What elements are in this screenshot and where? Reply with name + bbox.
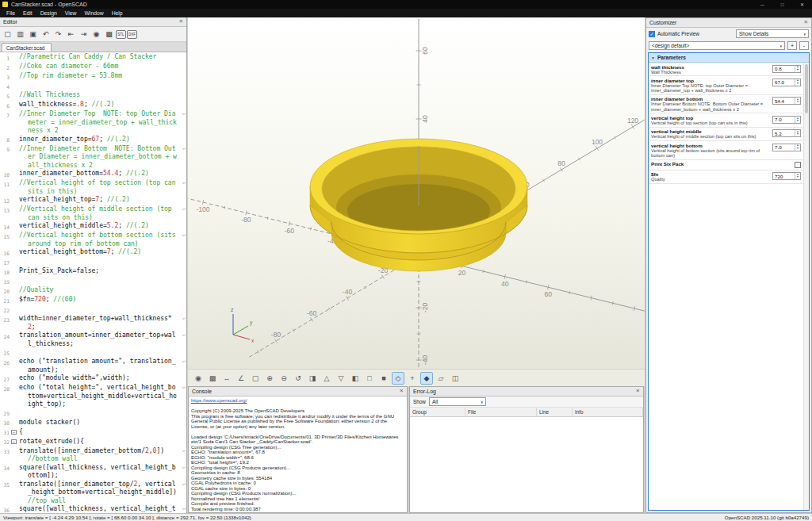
column-header-file[interactable]: File <box>465 408 537 416</box>
parameter-value-input[interactable]: 7.0▲▼ <box>772 144 801 151</box>
fold-margin <box>10 384 17 409</box>
view-center-icon[interactable]: + <box>406 372 419 385</box>
view-preview-icon[interactable]: ◉ <box>192 372 205 385</box>
menu-item-help[interactable]: Help <box>108 10 127 16</box>
parameter-value-input[interactable]: 7.0▲▼ <box>772 116 801 124</box>
line-number: 2 <box>0 63 10 72</box>
close-button[interactable]: ✕ <box>792 0 812 9</box>
parameters-group-header[interactable]: ▼ Parameters <box>649 53 809 63</box>
parameter-value-input[interactable]: 5.2▲▼ <box>772 129 801 137</box>
customizer-close-icon[interactable]: ✕ <box>804 20 808 25</box>
view-front-icon[interactable]: □ <box>363 372 376 385</box>
line-number: 13 <box>0 205 10 222</box>
view-right-icon[interactable]: ◨ <box>306 372 319 385</box>
parameter-value-input[interactable]: 54.4▲▼ <box>772 97 801 105</box>
perspective-icon[interactable]: ◆ <box>420 372 433 385</box>
error-filter-dropdown[interactable]: All ▾ <box>429 397 486 406</box>
spinner-arrows-icon[interactable]: ▲▼ <box>795 173 800 179</box>
code-text <box>17 348 186 358</box>
editor-close-icon[interactable]: ✕ <box>179 19 183 25</box>
spinner-arrows-icon[interactable]: ▲▼ <box>795 130 800 136</box>
automatic-preview-checkbox[interactable]: ✓ <box>649 31 655 37</box>
line-number: 26 <box>0 358 10 374</box>
maximize-button[interactable]: □ <box>772 0 792 9</box>
view-top-icon[interactable]: △ <box>320 372 333 385</box>
code-line: 2//Coke can diameter - 66mm <box>0 63 186 72</box>
parameter-value-input[interactable]: 720▲▼ <box>772 172 801 180</box>
zoom-all-icon[interactable]: ▢ <box>249 372 262 385</box>
spinner-arrows-icon[interactable]: ▲▼ <box>795 144 800 151</box>
spinner-arrows-icon[interactable]: ▲▼ <box>795 66 800 72</box>
view-bottom-icon[interactable]: ▽ <box>335 372 347 385</box>
column-header-line[interactable]: Line <box>537 408 573 416</box>
line-number: 20 <box>0 286 10 296</box>
cross-section-icon[interactable]: ◫ <box>449 372 462 385</box>
remove-preset-button[interactable]: - <box>799 41 809 50</box>
orthogonal-icon[interactable]: ▱ <box>435 372 447 385</box>
measure-distance-icon[interactable]: ↔ <box>220 372 233 385</box>
spinner-arrows-icon[interactable]: ▲▼ <box>795 117 800 123</box>
code-line: 25 <box>0 348 186 358</box>
parameter-value-input[interactable]: 67.0▲▼ <box>772 79 801 86</box>
redo-icon[interactable]: ↷ <box>52 29 64 40</box>
console-close-icon[interactable]: ✕ <box>400 389 404 394</box>
parameter-description: Vertical height of bottom section (sits … <box>651 148 771 159</box>
export-stl-icon[interactable]: STL <box>116 30 126 39</box>
indent-icon[interactable]: ⇥ <box>78 29 90 40</box>
reset-view-icon[interactable]: ↺ <box>292 372 304 385</box>
line-number: 18 <box>0 267 10 277</box>
unindent-icon[interactable]: ⇤ <box>65 29 77 40</box>
undo-icon[interactable]: ↶ <box>40 29 52 40</box>
preset-dropdown[interactable]: <design default> ▾ <box>649 41 785 50</box>
parameter-description: Wall Thickness <box>651 70 771 75</box>
column-header-info[interactable]: Info <box>573 408 643 416</box>
parameter-value-input[interactable]: 0.8▲▼ <box>772 65 801 73</box>
zoom-out-icon[interactable]: ⊖ <box>278 372 290 385</box>
render-icon[interactable]: ▩ <box>103 29 115 40</box>
new-file-icon[interactable]: ▢ <box>2 29 13 40</box>
viewport-3d-view[interactable]: -100-80-60-40-20204060-80-60-40-20204060… <box>188 17 645 369</box>
viewport-canvas[interactable]: -100-80-60-40-20204060-80-60-40-20204060… <box>188 17 645 369</box>
spinner-arrows-icon[interactable]: ▲▼ <box>795 98 800 104</box>
preview-icon[interactable]: ◉ <box>90 29 102 40</box>
error-log-body[interactable] <box>410 417 643 512</box>
view-back-icon[interactable]: ■ <box>377 372 390 385</box>
menu-item-window[interactable]: Window <box>80 10 107 16</box>
parameters-scrollbar[interactable] <box>803 63 809 510</box>
fold-toggle-icon[interactable]: − <box>11 430 17 435</box>
code-editor[interactable]: 1//Parametric Can Caddy / Can Stacker2//… <box>0 52 186 513</box>
menu-item-view[interactable]: View <box>61 10 81 16</box>
customizer-header: Customizer ✕ <box>646 18 811 28</box>
export-dxf-icon[interactable]: DXF <box>127 30 137 39</box>
code-text: translate([inner_diameter_top/2, vertica… <box>17 481 186 506</box>
code-line: 15//Vertical height of bottom section (s… <box>0 232 186 248</box>
menu-item-design[interactable]: Design <box>36 10 61 16</box>
scrollbar-thumb[interactable] <box>805 64 808 113</box>
add-preset-button[interactable]: + <box>787 41 797 50</box>
parameter-vertical-height-middle: vertical height middleVertical height of… <box>649 128 809 141</box>
fold-toggle-icon[interactable]: − <box>11 439 17 445</box>
view-diagonal-icon[interactable]: ◇ <box>392 372 404 385</box>
open-file-icon[interactable]: ▥ <box>14 29 26 40</box>
code-text: $fn=720; //(60) <box>17 296 186 305</box>
tab-canstacker[interactable]: CanStacker.scad <box>2 43 52 52</box>
column-header-group[interactable]: Group <box>410 408 465 416</box>
menu-item-edit[interactable]: Edit <box>19 10 36 16</box>
minimize-button[interactable]: ─ <box>753 0 772 9</box>
measure-angle-icon[interactable]: ∠ <box>235 372 247 385</box>
line-number: 3 <box>0 72 10 82</box>
menu-item-file[interactable]: File <box>2 10 19 16</box>
code-line: 19 <box>0 277 186 286</box>
zoom-in-icon[interactable]: ⊕ <box>263 372 276 385</box>
view-render-icon[interactable]: ▩ <box>206 372 219 385</box>
parameter-checkbox[interactable] <box>795 162 801 168</box>
code-line: 28echo ("total height=", vertical_height… <box>0 384 186 409</box>
error-log-column-headers: GroupFileLineInfo <box>410 408 643 417</box>
error-log-close-icon[interactable]: ✕ <box>636 389 640 394</box>
save-file-icon[interactable]: ▣ <box>27 29 39 40</box>
console-output[interactable]: https://www.openscad.org/Copyright (C) 2… <box>189 396 407 512</box>
code-text: echo ("translation amount=", translation… <box>17 358 186 374</box>
spinner-arrows-icon[interactable]: ▲▼ <box>795 79 800 86</box>
show-details-dropdown[interactable]: Show Details ▾ <box>736 29 809 38</box>
view-left-icon[interactable]: ◧ <box>349 372 362 385</box>
